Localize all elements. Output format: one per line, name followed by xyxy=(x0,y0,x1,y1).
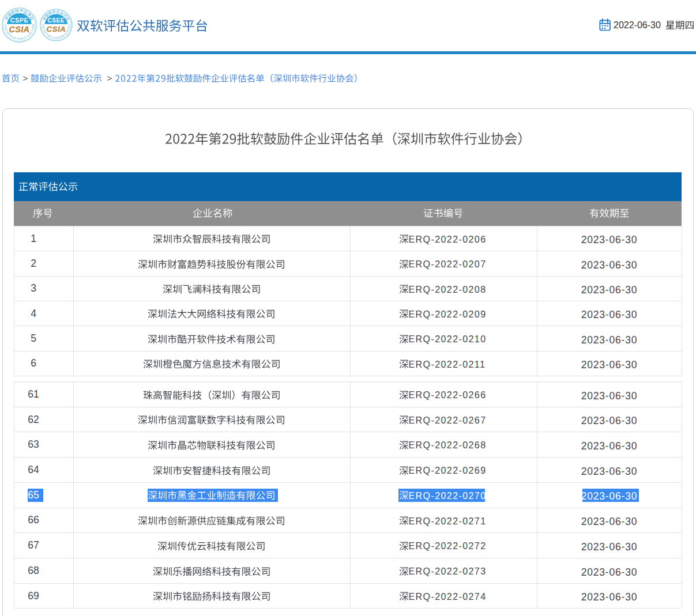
svg-text:CSPE: CSPE xyxy=(10,17,28,24)
svg-text:CSEE: CSEE xyxy=(47,17,64,24)
svg-text:CSIA: CSIA xyxy=(9,25,29,34)
svg-text:CSIA: CSIA xyxy=(46,25,66,33)
